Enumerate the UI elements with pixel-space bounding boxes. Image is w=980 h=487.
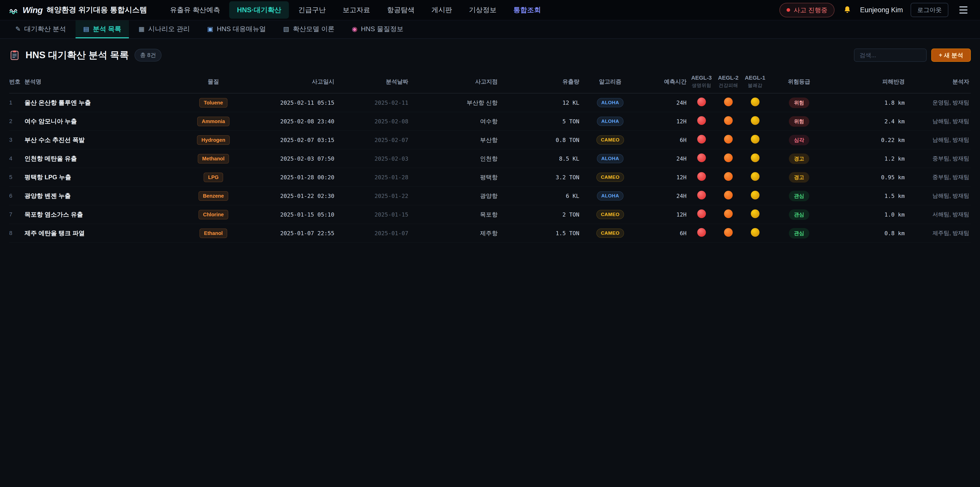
accident-datetime: 2025-01-28 00:20 <box>244 174 336 180</box>
aegl2-sublabel: 건강피해 <box>715 82 741 89</box>
nav-item[interactable]: 기상정보 <box>461 1 504 19</box>
risk-grade-badge: 심각 <box>789 135 809 145</box>
risk-grade-badge: 관심 <box>789 209 809 220</box>
forecast-hours: 12H <box>640 211 688 218</box>
tab-item[interactable]: ▧ 확산모델 이론 <box>275 21 342 38</box>
book-icon: ▣ <box>207 25 213 33</box>
analysis-name[interactable]: 여수 암모니아 누출 <box>24 117 183 125</box>
substance-badge: Hydrogen <box>197 135 229 145</box>
nav-item[interactable]: 항공탐색 <box>379 1 422 19</box>
page-head: HNS 대기확산 분석 목록 총 8건 + 새 분석 <box>9 48 971 62</box>
table-row[interactable]: 5 평택항 LPG 누출 LPG 2025-01-28 00:20 2025-0… <box>9 168 971 187</box>
col-header-analyst: 분석자 <box>906 78 971 86</box>
aegl1-sublabel: 불쾌감 <box>741 82 768 89</box>
aegl3-indicator-icon <box>697 116 706 125</box>
substance-badge: Toluene <box>199 98 227 107</box>
tab-item[interactable]: ▦ 시나리오 관리 <box>131 21 197 38</box>
substance-badge: Benzene <box>199 191 228 201</box>
aegl3-indicator-icon <box>697 135 706 144</box>
analyst: 운영팀, 방재팀 <box>906 99 971 107</box>
accident-datetime: 2025-01-15 05:10 <box>244 211 336 218</box>
table-row[interactable]: 1 울산 온산항 톨루엔 누출 Toluene 2025-02-11 05:15… <box>9 93 971 112</box>
analysis-date: 2025-01-28 <box>336 174 410 180</box>
forecast-hours: 6H <box>640 137 688 143</box>
damage-radius: 0.8 km <box>830 230 906 236</box>
nav-item[interactable]: 통합조회 <box>506 1 549 19</box>
col-header-algorithm: 알고리즘 <box>581 78 640 86</box>
spill-amount: 1.5 TON <box>499 230 581 236</box>
tab-item[interactable]: ◉ HNS 물질정보 <box>344 21 411 38</box>
col-header-radius: 피해반경 <box>830 78 906 86</box>
forecast-hours: 12H <box>640 174 688 180</box>
analysis-name[interactable]: 평택항 LPG 누출 <box>24 173 183 181</box>
nav-item[interactable]: HNS·대기확산 <box>229 1 289 19</box>
spill-amount: 3.2 TON <box>499 174 581 180</box>
main-nav: 유출유 확산예측HNS·대기확산긴급구난보고자료항공탐색게시판기상정보통합조회 <box>162 1 549 19</box>
col-header-datetime: 사고일시 <box>244 78 336 86</box>
damage-radius: 1.5 km <box>830 193 906 199</box>
nav-item[interactable]: 보고자료 <box>335 1 378 19</box>
aegl1-indicator-icon <box>751 172 759 181</box>
accident-location: 부산항 신항 <box>410 99 499 107</box>
tab-item[interactable]: ✎ 대기확산 분석 <box>8 21 73 38</box>
spill-amount: 12 KL <box>499 100 581 106</box>
page-head-actions: + 새 분석 <box>854 48 971 62</box>
new-analysis-button[interactable]: + 새 분석 <box>931 48 971 62</box>
tab-label: 확산모델 이론 <box>293 24 334 34</box>
analysis-name[interactable]: 목포항 염소가스 유출 <box>24 211 183 219</box>
analysis-date: 2025-02-07 <box>336 137 410 143</box>
table-row[interactable]: 7 목포항 염소가스 유출 Chlorine 2025-01-15 05:10 … <box>9 205 971 224</box>
analysis-name[interactable]: 울산 온산항 톨루엔 누출 <box>24 99 183 107</box>
aegl3-indicator-icon <box>697 97 706 106</box>
col-header-aegl3: AEGL-3 생명위험 <box>688 75 715 89</box>
analysis-name[interactable]: 제주 에탄올 탱크 파열 <box>24 229 183 237</box>
hamburger-menu-icon[interactable] <box>956 3 971 18</box>
substance-badge: Methanol <box>198 154 229 163</box>
notification-bell-icon[interactable] <box>842 5 853 15</box>
row-number: 7 <box>9 211 24 218</box>
incident-dot-icon <box>787 8 790 12</box>
table-row[interactable]: 3 부산 수소 추진선 폭발 Hydrogen 2025-02-07 03:15… <box>9 131 971 149</box>
tab-label: 분석 목록 <box>93 24 121 34</box>
table-row[interactable]: 6 광양항 벤젠 누출 Benzene 2025-01-22 02:30 202… <box>9 187 971 205</box>
brand[interactable]: Wing 해양환경 위기대응 통합시스템 <box>9 5 147 15</box>
col-header-no: 번호 <box>9 78 24 86</box>
incident-status-badge[interactable]: 사고 진행중 <box>780 3 835 18</box>
row-number: 8 <box>9 230 24 236</box>
nav-item[interactable]: 게시판 <box>424 1 460 19</box>
row-number: 5 <box>9 174 24 180</box>
forecast-hours: 24H <box>640 155 688 162</box>
analysis-name[interactable]: 부산 수소 추진선 폭발 <box>24 136 183 144</box>
tab-label: HNS 물질정보 <box>361 24 403 34</box>
algorithm-badge: ALOHA <box>597 191 624 200</box>
nav-item[interactable]: 긴급구난 <box>290 1 333 19</box>
row-number: 3 <box>9 137 24 143</box>
substance-badge: Chlorine <box>199 210 228 219</box>
analysis-name[interactable]: 인천항 메탄올 유출 <box>24 155 183 163</box>
spill-amount: 5 TON <box>499 118 581 125</box>
analysis-name[interactable]: 광양항 벤젠 누출 <box>24 192 183 200</box>
forecast-hours: 6H <box>640 230 688 236</box>
spill-amount: 6 KL <box>499 193 581 199</box>
search-input[interactable] <box>854 48 927 62</box>
substance-badge: Ethanol <box>200 228 227 238</box>
tab-item[interactable]: ▣ HNS 대응매뉴얼 <box>200 21 274 38</box>
risk-grade-badge: 위험 <box>789 97 809 108</box>
clipboard-icon <box>9 50 20 61</box>
damage-radius: 1.8 km <box>830 100 906 106</box>
incident-status-label: 사고 진행중 <box>794 6 827 14</box>
tab-item[interactable]: ▤ 분석 목록 <box>76 21 129 38</box>
brand-logo-text: Wing <box>22 5 43 15</box>
analysis-date: 2025-01-07 <box>336 230 410 236</box>
accident-datetime: 2025-02-07 03:15 <box>244 137 336 143</box>
nav-item[interactable]: 유출유 확산예측 <box>162 1 228 19</box>
accident-location: 목포항 <box>410 211 499 219</box>
table-row[interactable]: 8 제주 에탄올 탱크 파열 Ethanol 2025-01-07 22:55 … <box>9 224 971 243</box>
user-name: Eunjeong Kim <box>860 6 903 14</box>
table-row[interactable]: 2 여수 암모니아 누출 Ammonia 2025-02-08 23:40 20… <box>9 112 971 131</box>
logout-button[interactable]: 로그아웃 <box>911 3 948 17</box>
aegl2-indicator-icon <box>724 228 733 237</box>
damage-radius: 1.0 km <box>830 211 906 218</box>
algorithm-badge: ALOHA <box>597 98 624 107</box>
table-row[interactable]: 4 인천항 메탄올 유출 Methanol 2025-02-03 07:50 2… <box>9 149 971 168</box>
